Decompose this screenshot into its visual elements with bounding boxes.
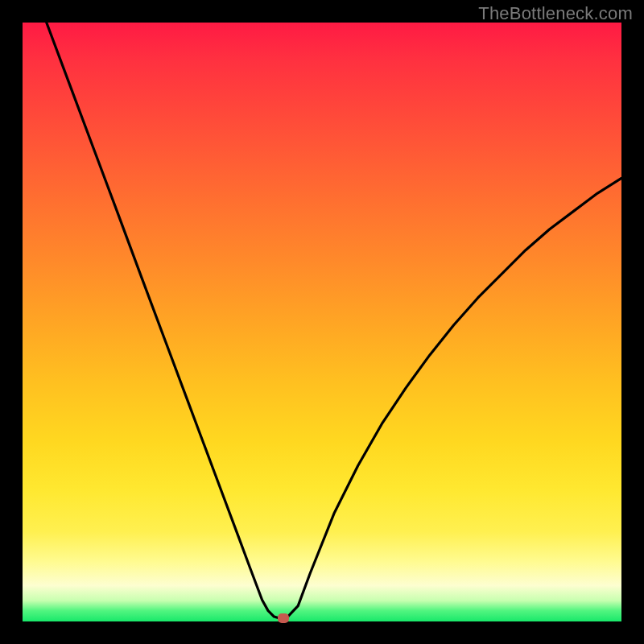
- plot-area: [23, 23, 621, 621]
- bottleneck-curve: [23, 23, 621, 621]
- optimum-marker: [278, 613, 289, 623]
- curve-path: [47, 23, 621, 618]
- watermark-text: TheBottleneck.com: [478, 3, 633, 24]
- chart-frame: TheBottleneck.com: [0, 0, 644, 644]
